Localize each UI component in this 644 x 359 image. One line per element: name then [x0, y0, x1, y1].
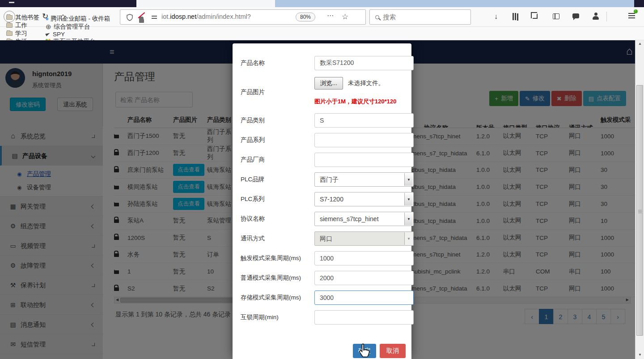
field-label: 存储模式采集周期(ms)	[241, 291, 301, 305]
field-label: 产品厂商	[241, 153, 265, 167]
url-bar[interactable]: iot.idosp.net/admin/index.html? 80% ⋯ ☆	[120, 9, 366, 25]
bookmark-site[interactable]: SPY	[46, 31, 110, 38]
messages-icon[interactable]	[572, 13, 579, 18]
update-badge	[634, 9, 638, 13]
window-title-mark	[9, 2, 14, 3]
protocol-select[interactable]: siemens_s7tcp_hinet▼	[314, 212, 414, 226]
field-label: 产品名称	[241, 56, 265, 70]
mail-icon: ‹›	[46, 15, 48, 22]
chevron-down-icon: ▼	[404, 213, 413, 225]
dart-icon	[45, 32, 51, 36]
field-label: 普通模式采集周期(ms)	[241, 271, 301, 285]
edit-product-modal: 产品名称 产品图片 浏览... 未选择文件。 图片小于1M，建议尺寸120*12…	[233, 43, 411, 359]
bookmark-site-label: 腾讯企业邮箱 - 收件箱	[51, 15, 110, 23]
url-text[interactable]: iot.idosp.net/admin/index.html?	[161, 13, 251, 20]
browse-file-button[interactable]: 浏览...	[314, 77, 343, 90]
bookmark-folder[interactable]: 其他书签	[6, 13, 39, 21]
browser-tab-strip	[0, 0, 644, 7]
storage-period-input[interactable]	[314, 291, 414, 305]
bookmark-folder-label: 其他书签	[15, 13, 39, 21]
plc-brand-select[interactable]: 西门子▼	[314, 172, 414, 187]
product-type-input[interactable]	[314, 113, 414, 128]
screenshot-icon[interactable]	[532, 13, 538, 19]
permissions-icon[interactable]	[152, 16, 157, 17]
browser-search-bar[interactable]: 搜索	[369, 9, 471, 25]
chevron-down-icon: ▼	[404, 193, 413, 205]
sidebar-toggle-icon[interactable]	[553, 13, 559, 19]
comm-mode-select: 网口▼	[314, 231, 414, 246]
bookmark-folder-label: 工作	[15, 21, 27, 30]
field-label: PLC系列	[241, 192, 264, 206]
product-vendor-input[interactable]	[314, 153, 414, 167]
tab-bar-background	[275, 0, 634, 7]
plc-series-select[interactable]: S7-1200▼	[314, 192, 414, 206]
active-tab[interactable]	[136, 0, 275, 7]
search-placeholder: 搜索	[383, 13, 396, 21]
scroll-up-arrow[interactable]: ▲	[636, 42, 644, 46]
library-icon[interactable]	[513, 13, 514, 20]
shield-icon[interactable]	[127, 14, 133, 21]
bookmark-site-label: SPY	[53, 31, 65, 38]
mouse-cursor	[358, 343, 371, 358]
folder-icon	[6, 15, 13, 20]
chevron-down-icon: ▼	[404, 232, 413, 245]
field-label: 触发模式采集周期(ms)	[241, 251, 301, 265]
page-actions-icon[interactable]: ⋯	[327, 12, 334, 20]
bookmark-folder-label: 学习	[15, 30, 27, 38]
globe-icon: ⊕	[46, 23, 51, 31]
scroll-down-arrow[interactable]: ▼	[636, 353, 644, 357]
bookmark-star-icon[interactable]: ☆	[342, 12, 348, 21]
bookmark-folder[interactable]: 工作	[6, 21, 39, 30]
image-hint-text: 图片小于1M，建议尺寸120*120	[314, 98, 397, 106]
bookmarks-bar: 其他书签工作学习生活其他 ‹›腾讯企业邮箱 - 收件箱⊕综合管理平台SPY萤石云…	[0, 27, 644, 40]
zoom-level-badge[interactable]: 80%	[296, 13, 315, 21]
bookmark-folder[interactable]: 学习	[6, 30, 39, 38]
normal-period-input[interactable]	[314, 271, 414, 285]
bookmark-site[interactable]: ‹›腾讯企业邮箱 - 收件箱	[46, 15, 110, 23]
field-label: 互锁周期(min)	[241, 310, 279, 325]
trigger-period-input[interactable]	[314, 251, 414, 265]
file-status-text: 未选择文件。	[348, 79, 384, 87]
field-label: PLC品牌	[241, 172, 264, 187]
toolbar-divider	[606, 12, 607, 21]
bookmark-site-label: 综合管理平台	[54, 23, 90, 31]
field-label: 通讯方式	[241, 231, 265, 246]
interlock-period-input[interactable]	[314, 310, 414, 325]
field-label: 产品类别	[241, 113, 265, 128]
insecure-lock-icon[interactable]	[139, 17, 144, 25]
browser-scrollbar[interactable]: ▲ ▼	[635, 40, 644, 359]
downloads-icon[interactable]: ↓	[491, 13, 501, 21]
cancel-button[interactable]: 取消	[380, 344, 406, 358]
folder-icon	[6, 31, 13, 36]
product-name-input[interactable]	[314, 56, 414, 70]
folder-icon	[6, 23, 13, 28]
search-icon	[375, 15, 379, 19]
account-icon[interactable]	[592, 13, 599, 20]
chevron-down-icon: ▼	[404, 173, 413, 186]
field-label: 协议名称	[241, 212, 265, 226]
field-label: 产品系列	[241, 133, 265, 147]
bookmark-site[interactable]: ⊕综合管理平台	[46, 23, 110, 31]
field-label: 产品图片	[241, 85, 265, 99]
product-series-input[interactable]	[314, 133, 414, 147]
menu-hamburger-icon[interactable]	[628, 13, 635, 14]
browser-scrollbar-thumb[interactable]	[636, 85, 643, 336]
